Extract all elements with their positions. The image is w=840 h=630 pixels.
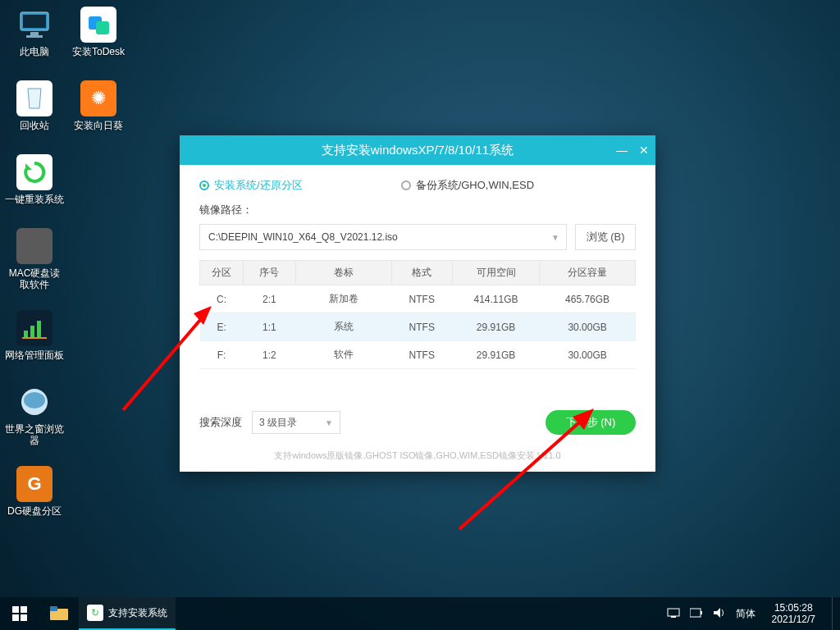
- mode-install-radio[interactable]: 安装系统/还原分区: [199, 178, 303, 193]
- svg-rect-11: [96, 21, 109, 34]
- svg-rect-19: [21, 614, 27, 621]
- reload-icon: ↻: [87, 605, 103, 621]
- desktop-icon-recycle[interactable]: 回收站: [3, 80, 66, 131]
- svg-rect-1: [23, 15, 46, 28]
- svg-rect-4: [24, 331, 28, 337]
- desktop-label: 回收站: [3, 120, 66, 131]
- col-volume: 卷标: [295, 261, 391, 285]
- apple-icon: [16, 228, 52, 264]
- table-row[interactable]: E:1:1系统NTFS29.91GB30.00GB: [200, 313, 636, 341]
- svg-point-9: [24, 392, 45, 409]
- task-label: 支持安装系统: [108, 606, 167, 620]
- svg-rect-5: [30, 326, 34, 337]
- minimize-button[interactable]: —: [616, 144, 628, 157]
- desktop-icon-sunflower[interactable]: ✺ 安装向日葵: [67, 80, 130, 131]
- svg-rect-22: [668, 609, 679, 616]
- trash-icon: [16, 80, 52, 116]
- mode-backup-radio[interactable]: 备份系统/GHO,WIN,ESD: [401, 178, 534, 193]
- svg-rect-21: [50, 606, 57, 611]
- clock-time: 15:05:28: [772, 602, 815, 614]
- desktop-icon-this-pc[interactable]: 此电脑: [3, 7, 66, 57]
- battery-tray-icon[interactable]: [690, 608, 703, 620]
- search-depth-dropdown[interactable]: 3 级目录 ▼: [252, 411, 340, 434]
- table-row[interactable]: C:2:1新加卷NTFS414.11GB465.76GB: [200, 285, 636, 313]
- chevron-down-icon: ▼: [325, 418, 333, 427]
- col-total: 分区容量: [540, 261, 636, 285]
- desktop-icon-todesk[interactable]: 安装ToDesk: [67, 7, 130, 57]
- col-partition: 分区: [200, 261, 244, 285]
- svg-marker-26: [714, 608, 720, 618]
- dg-icon: G: [16, 466, 52, 502]
- todesk-icon: [80, 7, 116, 43]
- desktop-icon-reinstall[interactable]: 一键重装系统: [3, 154, 66, 205]
- desktop-label: 安装向日葵: [67, 120, 130, 131]
- image-path-value: C:\DEEPIN_WIN10_X64_Q8_V2021.12.iso: [208, 231, 398, 243]
- image-path-dropdown[interactable]: C:\DEEPIN_WIN10_X64_Q8_V2021.12.iso ▼: [199, 224, 567, 250]
- desktop-label: MAC硬盘读 取软件: [3, 267, 66, 290]
- radio-dot-icon: [199, 180, 209, 190]
- bars-icon: [16, 310, 52, 346]
- clock-date: 2021/12/7: [772, 614, 815, 625]
- mirror-path-label: 镜像路径：: [199, 203, 636, 217]
- network-tray-icon[interactable]: [667, 607, 680, 621]
- ime-indicator[interactable]: 简体: [736, 607, 756, 621]
- desktop-label: 网络管理面板: [3, 349, 66, 361]
- desktop-label: 一键重装系统: [3, 194, 66, 205]
- flower-icon: ✺: [80, 80, 116, 116]
- show-desktop-button[interactable]: [832, 597, 837, 630]
- clock[interactable]: 15:05:28 2021/12/7: [765, 602, 822, 625]
- start-button[interactable]: [0, 597, 39, 630]
- col-free: 可用空间: [452, 261, 539, 285]
- mode-install-label: 安装系统/还原分区: [214, 178, 303, 193]
- col-seq: 序号: [244, 261, 296, 285]
- close-button[interactable]: ✕: [639, 144, 649, 157]
- file-explorer-button[interactable]: [39, 597, 79, 630]
- taskbar: ↻ 支持安装系统 简体 15:05:28 2021/12/7: [0, 597, 840, 630]
- globe-icon: [16, 384, 52, 420]
- partition-table: 分区 序号 卷标 格式 可用空间 分区容量 C:2:1新加卷NTFS414.11…: [199, 260, 636, 369]
- svg-rect-3: [26, 35, 43, 38]
- reload-icon: [16, 154, 52, 190]
- svg-rect-7: [22, 337, 47, 339]
- svg-rect-16: [12, 606, 19, 613]
- mode-backup-label: 备份系统/GHO,WIN,ESD: [416, 178, 534, 193]
- installer-window: 支持安装windowsXP/7/8/10/11系统 — ✕ 安装系统/还原分区 …: [180, 135, 655, 472]
- volume-tray-icon[interactable]: [713, 607, 726, 621]
- desktop-label: 此电脑: [3, 46, 66, 57]
- taskbar-task-installer[interactable]: ↻ 支持安装系统: [79, 597, 176, 630]
- desktop-icon-theworld[interactable]: 世界之窗浏览 器: [3, 384, 66, 446]
- svg-rect-6: [37, 321, 41, 337]
- svg-rect-23: [671, 616, 676, 618]
- desktop-icon-network-panel[interactable]: 网络管理面板: [3, 310, 66, 361]
- col-format: 格式: [391, 261, 452, 285]
- browse-button[interactable]: 浏览 (B): [575, 224, 636, 250]
- table-row[interactable]: F:1:2软件NTFS29.91GB30.00GB: [200, 341, 636, 369]
- svg-rect-2: [30, 32, 39, 35]
- desktop-icon-mac-disk[interactable]: MAC硬盘读 取软件: [3, 228, 66, 290]
- search-depth-value: 3 级目录: [259, 416, 297, 430]
- windows-icon: [12, 606, 27, 621]
- monitor-icon: [16, 7, 52, 43]
- svg-rect-24: [690, 609, 701, 617]
- desktop-label: 世界之窗浏览 器: [3, 423, 66, 446]
- svg-rect-17: [21, 606, 27, 613]
- search-depth-label: 搜索深度: [199, 415, 242, 430]
- desktop-icon-diskgenius[interactable]: G DG硬盘分区: [3, 466, 66, 517]
- footer-note: 支持windows原版镜像,GHOST ISO镜像,GHO,WIM,ESD镜像安…: [199, 450, 636, 462]
- folder-icon: [50, 606, 68, 621]
- next-button[interactable]: 下一步 (N): [546, 410, 636, 435]
- chevron-down-icon: ▼: [551, 233, 559, 242]
- desktop-label: 安装ToDesk: [67, 46, 130, 57]
- svg-rect-18: [12, 614, 19, 621]
- desktop-label: DG硬盘分区: [3, 505, 66, 517]
- svg-rect-25: [701, 611, 702, 614]
- radio-dot-icon: [401, 180, 411, 190]
- window-title: 支持安装windowsXP/7/8/10/11系统: [322, 143, 514, 158]
- titlebar[interactable]: 支持安装windowsXP/7/8/10/11系统 — ✕: [180, 135, 655, 165]
